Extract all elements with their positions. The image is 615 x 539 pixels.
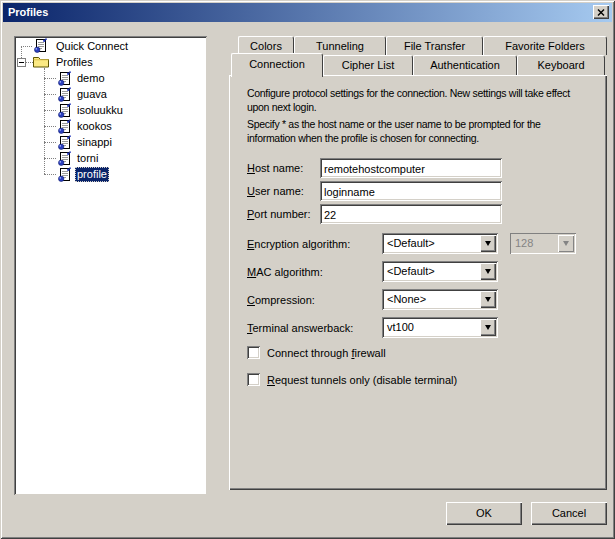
tab-connection[interactable]: Connection bbox=[231, 53, 323, 77]
profile-doc-icon bbox=[58, 151, 71, 166]
tree-item-label: torni bbox=[75, 151, 100, 166]
tab-label: Favorite Folders bbox=[505, 40, 584, 52]
profile-doc-icon bbox=[58, 87, 71, 102]
connect-through-firewall-label[interactable]: Connect through firewall bbox=[267, 347, 386, 360]
tree-item-label-selected: profile bbox=[75, 167, 109, 182]
tab-label: Cipher List bbox=[342, 59, 395, 71]
dropdown-button bbox=[558, 235, 574, 252]
port-number-input[interactable] bbox=[320, 204, 502, 224]
tab-label: Tunneling bbox=[316, 40, 364, 52]
tree-item-label: Quick Connect bbox=[54, 39, 130, 54]
connection-tab-panel: Configure protocol settings for the conn… bbox=[229, 75, 607, 490]
tree-item-label: isoluukku bbox=[75, 103, 125, 118]
tab-favorite-folders[interactable]: Favorite Folders bbox=[483, 36, 607, 55]
profiles-dialog: Profiles Quick Connect bbox=[0, 0, 615, 539]
compression-label: Compression: bbox=[247, 294, 315, 307]
tree-connector bbox=[44, 110, 56, 111]
dropdown-button[interactable] bbox=[480, 319, 496, 336]
tree-item-quick-connect[interactable]: Quick Connect bbox=[16, 38, 205, 54]
tab-label: Connection bbox=[249, 58, 305, 70]
tree-connector bbox=[44, 158, 56, 159]
title-bar: Profiles bbox=[3, 3, 612, 22]
tree-item-kookos[interactable]: kookos bbox=[16, 118, 205, 134]
terminal-answerback-label: Terminal answerback: bbox=[247, 322, 353, 335]
chevron-down-icon bbox=[485, 241, 491, 246]
quick-connect-icon bbox=[34, 38, 47, 53]
chevron-down-icon bbox=[563, 241, 569, 246]
tree-connector bbox=[26, 62, 33, 63]
cancel-button[interactable]: Cancel bbox=[531, 502, 607, 525]
compression-select[interactable]: <None> bbox=[382, 289, 498, 310]
host-name-input[interactable] bbox=[320, 158, 502, 178]
close-button[interactable] bbox=[593, 5, 609, 19]
tab-file-transfer[interactable]: File Transfer bbox=[386, 36, 483, 55]
dropdown-button[interactable] bbox=[480, 263, 496, 280]
intro-text-2: Specify * as the host name or the user n… bbox=[247, 117, 607, 145]
terminal-answerback-select[interactable]: vt100 bbox=[382, 317, 498, 338]
encryption-algorithm-select[interactable]: <Default> bbox=[382, 233, 498, 254]
tree-connector bbox=[44, 94, 56, 95]
request-tunnels-only-label[interactable]: Request tunnels only (disable terminal) bbox=[267, 374, 457, 387]
selected-value: vt100 bbox=[387, 321, 414, 334]
chevron-down-icon bbox=[485, 325, 491, 330]
host-name-label: Host name: bbox=[247, 162, 303, 175]
dropdown-button[interactable] bbox=[480, 291, 496, 308]
selected-value: <Default> bbox=[387, 237, 435, 250]
encryption-algorithm-label: Encryption algorithm: bbox=[247, 238, 350, 251]
tab-label: Keyboard bbox=[537, 59, 584, 71]
intro-text-1: Configure protocol settings for the conn… bbox=[247, 86, 607, 114]
tree-item-isoluukku[interactable]: isoluukku bbox=[16, 102, 205, 118]
folder-icon bbox=[33, 56, 49, 68]
chevron-down-icon bbox=[485, 269, 491, 274]
close-icon bbox=[597, 9, 605, 16]
profile-doc-icon bbox=[58, 135, 71, 150]
tab-label: File Transfer bbox=[404, 40, 465, 52]
tree-item-label: sinappi bbox=[75, 135, 114, 150]
dropdown-button[interactable] bbox=[480, 235, 496, 252]
profile-tree: Quick Connect Profiles bbox=[14, 36, 207, 495]
tree-item-profiles-folder[interactable]: Profiles bbox=[16, 54, 205, 70]
selected-value: 128 bbox=[515, 237, 533, 250]
tab-label: Colors bbox=[250, 40, 282, 52]
profile-doc-icon bbox=[58, 103, 71, 118]
request-tunnels-only-checkbox[interactable] bbox=[247, 373, 260, 386]
tree-connector bbox=[21, 46, 32, 47]
mac-algorithm-label: MAC algorithm: bbox=[247, 266, 323, 279]
tree-item-profile[interactable]: profile bbox=[16, 166, 205, 182]
user-name-input[interactable] bbox=[320, 181, 502, 201]
connect-through-firewall-checkbox[interactable] bbox=[247, 346, 260, 359]
selected-value: <Default> bbox=[387, 265, 435, 278]
tab-label: Authentication bbox=[430, 59, 500, 71]
window-title: Profiles bbox=[8, 6, 48, 18]
tab-cipher-list[interactable]: Cipher List bbox=[323, 55, 413, 75]
tree-item-label: demo bbox=[75, 71, 107, 86]
tree-item-label: kookos bbox=[75, 119, 114, 134]
ok-button[interactable]: OK bbox=[446, 502, 522, 525]
tree-item-demo[interactable]: demo bbox=[16, 70, 205, 86]
selected-value: <None> bbox=[387, 293, 426, 306]
user-name-label: User name: bbox=[247, 185, 304, 198]
tree-connector bbox=[44, 126, 56, 127]
profile-doc-icon bbox=[58, 167, 71, 182]
tree-item-guava[interactable]: guava bbox=[16, 86, 205, 102]
tree-connector bbox=[44, 142, 56, 143]
profile-doc-icon bbox=[58, 71, 71, 86]
port-number-label: Port number: bbox=[247, 208, 311, 221]
tree-connector bbox=[44, 78, 56, 79]
mac-algorithm-select[interactable]: <Default> bbox=[382, 261, 498, 282]
tree-item-sinappi[interactable]: sinappi bbox=[16, 134, 205, 150]
chevron-down-icon bbox=[485, 297, 491, 302]
profile-doc-icon bbox=[58, 119, 71, 134]
tree-item-label: Profiles bbox=[54, 55, 95, 70]
tree-item-label: guava bbox=[75, 87, 109, 102]
tab-keyboard[interactable]: Keyboard bbox=[517, 55, 605, 75]
tree-connector bbox=[44, 174, 56, 175]
tab-authentication[interactable]: Authentication bbox=[413, 55, 517, 75]
tree-item-torni[interactable]: torni bbox=[16, 150, 205, 166]
profile-tree-viewport: Quick Connect Profiles bbox=[16, 38, 205, 493]
cipher-bits-select: 128 bbox=[510, 233, 576, 254]
